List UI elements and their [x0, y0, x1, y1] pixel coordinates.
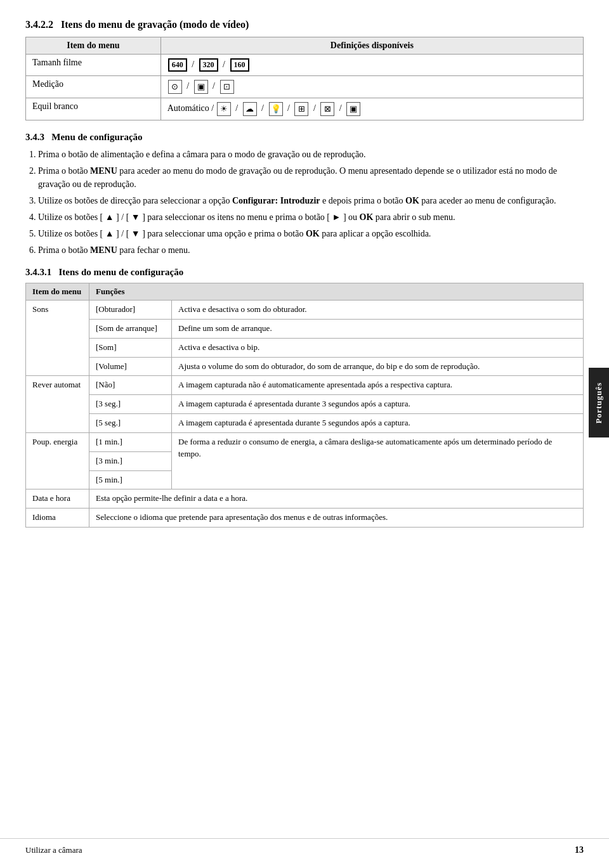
menu-item-sons: Sons [26, 301, 89, 376]
video-col1-header: Item do menu [26, 37, 161, 55]
table-row: Medição ⊙ / ▣ / ⊡ [26, 76, 584, 98]
video-item-equil: Equil branco [26, 98, 161, 120]
video-table-section: Item do menu Definições disponíveis Tama… [25, 37, 584, 120]
config-table: Item do menu Funções Sons [Obturador] Ac… [25, 283, 584, 528]
desc-som: Activa e desactiva o bip. [172, 338, 584, 357]
func-3seg: [3 seg.] [89, 395, 172, 414]
desc-poup: De forma a reduzir o consumo de energia,… [172, 432, 584, 489]
icon-grid1: ⊞ [294, 102, 308, 116]
instruction-6: Prima o botão MENU para fechar o menu. [38, 243, 584, 257]
table-row: Data e hora Esta opção permite-lhe defin… [26, 489, 584, 508]
menu-item-poup: Poup. energia [26, 432, 89, 489]
desc-volume: Ajusta o volume do som do obturador, do … [172, 357, 584, 376]
func-nao: [Não] [89, 376, 172, 395]
table-row: [5 seg.] A imagem capturada é apresentad… [26, 414, 584, 433]
config-section-title: Menu de configuração [51, 132, 142, 142]
desc-som-arranque: Define um som de arranque. [172, 319, 584, 338]
icon-circle-dot: ⊙ [168, 80, 182, 94]
func-1min: [1 min.] [89, 432, 172, 451]
icon-square-fill: ▣ [346, 102, 360, 116]
desc-obturador: Activa e desactiva o som do obturador. [172, 301, 584, 320]
video-table: Item do menu Definições disponíveis Tama… [25, 37, 584, 120]
icon-square-open: ⊡ [220, 80, 234, 94]
footer-page-number: 13 [575, 845, 584, 855]
table-row: [3 seg.] A imagem capturada é apresentad… [26, 395, 584, 414]
table-row: [Volume] Ajusta o volume do som do obtur… [26, 357, 584, 376]
table-row: Equil branco Automático / ☀ / ☁ / 💡 / ⊞ … [26, 98, 584, 120]
desc-3seg: A imagem capturada é apresentada durante… [172, 395, 584, 414]
icon-square-dot: ▣ [194, 80, 208, 94]
video-value-tamanh: 640 / 320 / 160 [160, 55, 583, 76]
video-value-medicao: ⊙ / ▣ / ⊡ [160, 76, 583, 98]
func-som: [Som] [89, 338, 172, 357]
menu-item-idioma: Idioma [26, 508, 89, 528]
config-col1-header: Item do menu [26, 283, 89, 301]
table-row: Rever automat [Não] A imagem capturada n… [26, 376, 584, 395]
table-row: Idioma Seleccione o idioma que pretende … [26, 508, 584, 528]
config-section-heading: 3.4.3 Menu de configuração [25, 132, 584, 143]
config-items-heading: 3.4.3.1 Itens do menu de configuração [25, 267, 584, 278]
video-item-medicao: Medição [26, 76, 161, 98]
instructions-list: Prima o botão de alimentação e defina a … [25, 148, 584, 257]
icon-grid2: ⊠ [320, 102, 334, 116]
icon-640: 640 [168, 58, 187, 72]
func-som-arranque: [Som de arranque] [89, 319, 172, 338]
config-items-number: 3.4.3.1 [25, 267, 51, 277]
desc-nao: A imagem capturada não é automaticamente… [172, 376, 584, 395]
desc-idioma: Seleccione o idioma que pretende para ap… [89, 508, 584, 528]
section-title-text: Itens do menu de gravação (modo de vídeo… [61, 19, 249, 30]
table-row: [Som] Activa e desactiva o bip. [26, 338, 584, 357]
instruction-1: Prima o botão de alimentação e defina a … [38, 148, 584, 161]
video-item-tamanh: Tamanh filme [26, 55, 161, 76]
section-number: 3.4.2.2 [25, 19, 53, 30]
instruction-4: Utilize os botões [ ▲ ] / [ ▼ ] para sel… [38, 211, 584, 224]
func-volume: [Volume] [89, 357, 172, 376]
config-items-title: Itens do menu de configuração [59, 267, 184, 277]
desc-5seg: A imagem capturada é apresentada durante… [172, 414, 584, 433]
menu-item-rever: Rever automat [26, 376, 89, 433]
icon-160: 160 [230, 58, 249, 72]
footer-left-text: Utilizar a câmara [25, 845, 82, 855]
func-obturador: [Obturador] [89, 301, 172, 320]
table-row: Sons [Obturador] Activa e desactiva o so… [26, 301, 584, 320]
section-heading: 3.4.2.2 Itens do menu de gravação (modo … [25, 19, 584, 30]
instruction-3: Utilize os botões de direcção para selec… [38, 194, 584, 207]
icon-sun: ☀ [217, 102, 231, 116]
instruction-2: Prima o botão MENU para aceder ao menu d… [38, 164, 584, 191]
config-section-number: 3.4.3 [25, 132, 44, 142]
icon-cloud: ☁ [243, 102, 257, 116]
menu-item-data: Data e hora [26, 489, 89, 508]
config-col2-header: Funções [89, 283, 584, 301]
video-col2-header: Definições disponíveis [160, 37, 583, 55]
icon-bulb: 💡 [269, 102, 283, 116]
table-row: Poup. energia [1 min.] De forma a reduzi… [26, 432, 584, 451]
instruction-5: Utilize os botões [ ▲ ] / [ ▼ ] para sel… [38, 227, 584, 240]
icon-320: 320 [199, 58, 218, 72]
func-5min: [5 min.] [89, 470, 172, 489]
func-5seg: [5 seg.] [89, 414, 172, 433]
table-row: [Som de arranque] Define um som de arran… [26, 319, 584, 338]
sidebar-language-label: Português [589, 368, 609, 437]
video-value-equil: Automático / ☀ / ☁ / 💡 / ⊞ / ⊠ / ▣ [160, 98, 583, 120]
func-3min: [3 min.] [89, 451, 172, 470]
footer: Utilizar a câmara 13 [0, 838, 609, 855]
table-row: Tamanh filme 640 / 320 / 160 [26, 55, 584, 76]
desc-data: Esta opção permite-lhe definir a data e … [89, 489, 584, 508]
